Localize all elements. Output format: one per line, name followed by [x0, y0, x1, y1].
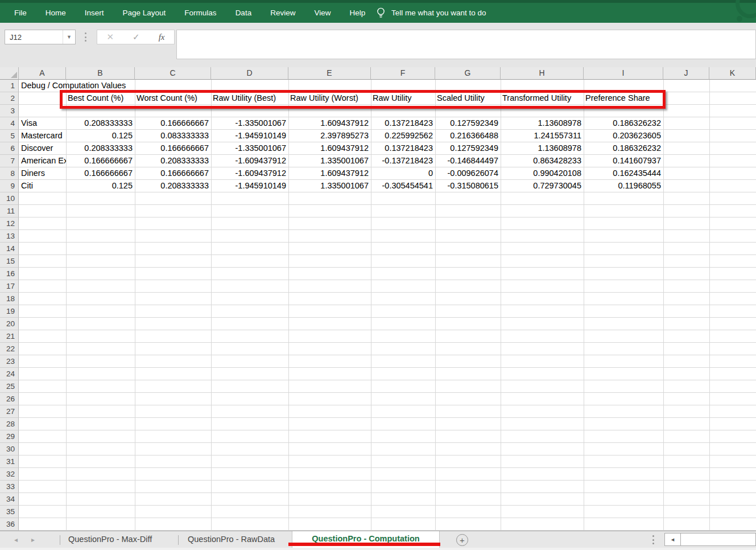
name-box[interactable]: J12 ▼	[5, 30, 76, 44]
cell-G4[interactable]: 0.127592349	[435, 117, 501, 130]
cell-C6[interactable]: 0.166666667	[135, 142, 211, 155]
row-header-7[interactable]: 7	[0, 155, 19, 167]
scroll-left-button[interactable]: ◂	[664, 533, 681, 546]
ribbon-tab-file[interactable]: File	[14, 9, 27, 17]
column-header-C[interactable]: C	[135, 67, 211, 80]
cell-F9[interactable]: -0.305454541	[371, 180, 435, 192]
cell-E9[interactable]: 1.335001067	[288, 180, 371, 192]
cell-E5[interactable]: 2.397895273	[288, 130, 371, 142]
row-header-2[interactable]: 2	[0, 92, 19, 105]
name-box-dropdown-icon[interactable]: ▼	[63, 30, 75, 44]
cell-D6[interactable]: -1.335001067	[211, 142, 288, 155]
cell-header-B2[interactable]: Best Count (%)	[66, 92, 135, 105]
cell-E4[interactable]: 1.609437912	[288, 117, 371, 130]
cell-header-H2[interactable]: Transformed Utility	[501, 92, 584, 105]
cell-B9[interactable]: 0.125	[66, 180, 135, 192]
row-header-14[interactable]: 14	[0, 243, 19, 255]
row-header-8[interactable]: 8	[0, 167, 19, 180]
row-header-12[interactable]: 12	[0, 217, 19, 230]
row-header-17[interactable]: 17	[0, 280, 19, 293]
cell-D4[interactable]: -1.335001067	[211, 117, 288, 130]
row-header-32[interactable]: 32	[0, 468, 19, 481]
cell-G6[interactable]: 0.127592349	[435, 142, 501, 155]
cell-F7[interactable]: -0.137218423	[371, 155, 435, 167]
ribbon-tab-data[interactable]: Data	[236, 9, 252, 17]
cancel-icon[interactable]: ✕	[107, 32, 114, 42]
cell-G5[interactable]: 0.216366488	[435, 130, 501, 142]
column-header-B[interactable]: B	[66, 67, 135, 80]
row-header-35[interactable]: 35	[0, 506, 19, 518]
cell-label-A8[interactable]: Diners	[19, 167, 66, 180]
cell-header-F2[interactable]: Raw Utility	[371, 92, 435, 105]
ribbon-tab-page-layout[interactable]: Page Layout	[123, 9, 166, 17]
cell-H8[interactable]: 0.990420108	[501, 167, 584, 180]
column-header-K[interactable]: K	[709, 67, 756, 80]
cell-header-G2[interactable]: Scaled Utility	[435, 92, 501, 105]
toolbar-drag-handle[interactable]	[85, 32, 87, 42]
cell-B7[interactable]: 0.166666667	[66, 155, 135, 167]
cell-C5[interactable]: 0.083333333	[135, 130, 211, 142]
sheet-nav-right-icon[interactable]: ▸	[31, 536, 35, 544]
cell-label-A9[interactable]: Citi	[19, 180, 66, 192]
insert-function-icon[interactable]: fx	[159, 32, 165, 42]
row-header-10[interactable]: 10	[0, 192, 19, 205]
cell-E8[interactable]: 1.609437912	[288, 167, 371, 180]
cell-I5[interactable]: 0.203623605	[584, 130, 663, 142]
select-all-corner[interactable]	[0, 67, 19, 80]
sheet-tab-rawdata[interactable]: QuestionPro - RawData	[188, 531, 275, 548]
worksheet-grid[interactable]: ABCDEFGHIJK12345678910111213141516171819…	[0, 67, 756, 531]
cell-F5[interactable]: 0.225992562	[371, 130, 435, 142]
row-header-22[interactable]: 22	[0, 343, 19, 355]
cell-B5[interactable]: 0.125	[66, 130, 135, 142]
cell-H5[interactable]: 1.241557311	[501, 130, 584, 142]
cell-D8[interactable]: -1.609437912	[211, 167, 288, 180]
cell-D7[interactable]: -1.609437912	[211, 155, 288, 167]
row-header-34[interactable]: 34	[0, 493, 19, 506]
ribbon-tab-formulas[interactable]: Formulas	[184, 9, 216, 17]
row-header-5[interactable]: 5	[0, 130, 19, 142]
row-header-21[interactable]: 21	[0, 330, 19, 343]
ribbon-tab-review[interactable]: Review	[270, 9, 295, 17]
ribbon-tab-home[interactable]: Home	[46, 9, 66, 17]
column-header-A[interactable]: A	[19, 67, 66, 80]
cell-label-A5[interactable]: Mastercard	[19, 130, 66, 142]
row-header-30[interactable]: 30	[0, 443, 19, 455]
row-header-13[interactable]: 13	[0, 230, 19, 243]
cell-H4[interactable]: 1.13608978	[501, 117, 584, 130]
horizontal-scrollbar[interactable]: ◂	[664, 533, 756, 546]
row-header-27[interactable]: 27	[0, 405, 19, 418]
column-header-F[interactable]: F	[371, 67, 435, 80]
column-header-D[interactable]: D	[211, 67, 288, 80]
cell-header-I2[interactable]: Preference Share	[584, 92, 663, 105]
row-header-33[interactable]: 33	[0, 481, 19, 493]
cell-B8[interactable]: 0.166666667	[66, 167, 135, 180]
cell-G7[interactable]: -0.146844497	[435, 155, 501, 167]
cell-C9[interactable]: 0.208333333	[135, 180, 211, 192]
row-header-11[interactable]: 11	[0, 205, 19, 217]
scrollbar-track[interactable]	[681, 533, 756, 546]
cell-title-A1[interactable]: Debug / Computation Values	[19, 80, 258, 92]
cell-G8[interactable]: -0.009626074	[435, 167, 501, 180]
row-header-31[interactable]: 31	[0, 455, 19, 468]
cell-label-A7[interactable]: American Express	[19, 155, 66, 167]
row-header-28[interactable]: 28	[0, 418, 19, 430]
cell-F8[interactable]: 0	[371, 167, 435, 180]
cell-F6[interactable]: 0.137218423	[371, 142, 435, 155]
formula-bar-input[interactable]	[176, 30, 756, 59]
row-header-3[interactable]: 3	[0, 105, 19, 117]
row-header-25[interactable]: 25	[0, 380, 19, 393]
cell-E6[interactable]: 1.609437912	[288, 142, 371, 155]
cell-I7[interactable]: 0.141607937	[584, 155, 663, 167]
column-header-H[interactable]: H	[501, 67, 584, 80]
cell-label-A4[interactable]: Visa	[19, 117, 66, 130]
row-header-15[interactable]: 15	[0, 255, 19, 268]
cell-C8[interactable]: 0.166666667	[135, 167, 211, 180]
column-header-G[interactable]: G	[435, 67, 501, 80]
row-header-16[interactable]: 16	[0, 268, 19, 280]
cell-header-C2[interactable]: Worst Count (%)	[135, 92, 211, 105]
cell-C4[interactable]: 0.166666667	[135, 117, 211, 130]
ribbon-tab-view[interactable]: View	[314, 9, 331, 17]
row-header-18[interactable]: 18	[0, 293, 19, 305]
enter-icon[interactable]: ✓	[133, 32, 140, 42]
cell-B4[interactable]: 0.208333333	[66, 117, 135, 130]
